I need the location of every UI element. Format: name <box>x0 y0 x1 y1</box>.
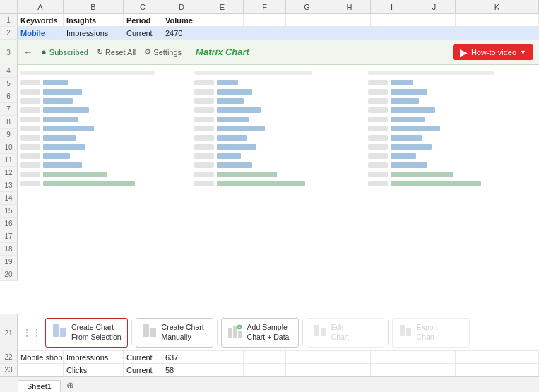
cell-a1[interactable]: Keywords <box>18 14 64 26</box>
toolbar-row: 3 ← ● Subscribed ↻ Reset All ⚙ Settings … <box>0 40 539 65</box>
create-chart-manually-button[interactable]: Create Chart Manually <box>136 318 213 348</box>
cell-f22[interactable] <box>244 351 286 363</box>
cell-j1[interactable] <box>413 14 456 26</box>
cell-j2[interactable] <box>413 27 456 39</box>
cell-j23[interactable] <box>413 364 456 376</box>
cell-d22[interactable]: 637 <box>162 351 201 363</box>
cell-c22[interactable]: Current <box>124 351 162 363</box>
export-chart-button[interactable]: Export Chart <box>392 318 470 348</box>
col-header-h[interactable]: H <box>328 0 371 13</box>
row-num-15: 15 <box>0 205 18 218</box>
row-num-2: 2 <box>0 27 18 39</box>
row-num-14: 14 <box>0 192 18 205</box>
chart-bar-row <box>368 153 536 159</box>
edit-chart-label: Edit Chart <box>331 323 350 342</box>
create-chart-from-selection-button[interactable]: Create Chart From Selection <box>45 318 128 348</box>
col-header-c[interactable]: C <box>124 0 162 13</box>
chart-bar-row <box>368 181 536 186</box>
data-row-23: 23 Clicks Current 58 <box>0 364 539 376</box>
cell-g1[interactable] <box>286 14 328 26</box>
chart-bar-row <box>194 98 362 104</box>
cell-b2[interactable]: Impressions <box>64 27 124 39</box>
col-header-j[interactable]: J <box>413 0 456 13</box>
col-header-i[interactable]: I <box>371 0 413 13</box>
row-num-9: 9 <box>0 129 18 141</box>
cell-k1[interactable] <box>456 14 539 26</box>
how-to-video-button[interactable]: ▶ How-to video ▼ <box>453 44 533 60</box>
cell-a23[interactable] <box>18 364 64 376</box>
cell-k22[interactable] <box>456 351 539 363</box>
svg-rect-2 <box>143 324 149 337</box>
col-header-b[interactable]: B <box>64 0 124 13</box>
cell-c1[interactable]: Period <box>124 14 162 26</box>
cell-b1[interactable]: Insights <box>64 14 124 26</box>
cell-f2[interactable] <box>244 27 286 39</box>
cell-f23[interactable] <box>244 364 286 376</box>
cell-h23[interactable] <box>328 364 371 376</box>
cell-h2[interactable] <box>328 27 371 39</box>
add-sample-label: Add Sample Chart + Data <box>247 323 290 342</box>
chart-bar-row <box>368 117 536 122</box>
col-header-k[interactable]: K <box>456 0 539 13</box>
cell-d2[interactable]: 2470 <box>162 27 201 39</box>
cell-e2[interactable] <box>201 27 244 39</box>
cell-e1[interactable] <box>201 14 244 26</box>
cell-h1[interactable] <box>328 14 371 26</box>
row-num-22: 22 <box>0 351 18 363</box>
col-header-d[interactable]: D <box>162 0 201 13</box>
cell-f1[interactable] <box>244 14 286 26</box>
cell-k23[interactable] <box>456 364 539 376</box>
cell-d1[interactable]: Volume <box>162 14 201 26</box>
cell-i1[interactable] <box>371 14 413 26</box>
button-row-num: 21 <box>0 314 18 351</box>
btn-divider-3 <box>302 320 303 345</box>
chart-bar-row <box>20 126 189 131</box>
chart-bar-row <box>20 162 189 168</box>
cell-h22[interactable] <box>328 351 371 363</box>
reset-all-button[interactable]: ↻ Reset All <box>97 47 136 57</box>
cell-a22[interactable]: Mobile shop <box>18 351 64 363</box>
settings-button[interactable]: ⚙ Settings <box>144 47 182 57</box>
cell-j22[interactable] <box>413 351 456 363</box>
svg-rect-4 <box>228 328 232 338</box>
back-icon[interactable]: ← <box>23 47 32 57</box>
chart-panel-3 <box>368 71 536 308</box>
chart-bar-row <box>368 162 536 168</box>
cell-b22[interactable]: Impressions <box>64 351 124 363</box>
row-num-20: 20 <box>0 268 18 281</box>
cell-i22[interactable] <box>371 351 413 363</box>
cell-i2[interactable] <box>371 27 413 39</box>
cell-c23[interactable]: Current <box>124 364 162 376</box>
add-sheet-button[interactable]: ⊕ <box>62 379 78 392</box>
cell-a2[interactable]: Mobile <box>18 27 64 39</box>
cell-d23[interactable]: 58 <box>162 364 201 376</box>
col-header-e[interactable]: E <box>201 0 244 13</box>
cell-g2[interactable] <box>286 27 328 39</box>
chart-row-numbers: 4 5 6 7 8 9 10 11 12 13 14 15 16 17 18 1… <box>0 65 18 314</box>
cell-k2[interactable] <box>456 27 539 39</box>
cell-e23[interactable] <box>201 364 244 376</box>
chart-bar-row <box>20 107 189 113</box>
col-header-g[interactable]: G <box>286 0 328 13</box>
col-header-a[interactable]: A <box>18 0 64 13</box>
play-icon: ▶ <box>460 47 468 58</box>
cell-g22[interactable] <box>286 351 328 363</box>
cell-c2[interactable]: Current <box>124 27 162 39</box>
edit-chart-icon <box>313 323 327 341</box>
cell-i23[interactable] <box>371 364 413 376</box>
chart-bar-row <box>20 89 189 95</box>
col-header-f[interactable]: F <box>244 0 286 13</box>
manual-chart-icon <box>142 323 158 342</box>
sheet1-tab[interactable]: Sheet1 <box>18 380 61 392</box>
sample-chart-icon: + <box>227 323 243 342</box>
cell-e22[interactable] <box>201 351 244 363</box>
chart-bar-row <box>194 162 362 168</box>
cell-b23[interactable]: Clicks <box>64 364 124 376</box>
add-sample-chart-button[interactable]: + Add Sample Chart + Data <box>221 318 299 348</box>
edit-chart-button[interactable]: Edit Chart <box>307 318 384 348</box>
row-num-4: 4 <box>0 65 18 78</box>
svg-rect-9 <box>314 325 319 336</box>
row-num-5: 5 <box>0 78 18 90</box>
drag-handle-icon[interactable]: ⋮⋮ <box>22 327 42 338</box>
cell-g23[interactable] <box>286 364 328 376</box>
